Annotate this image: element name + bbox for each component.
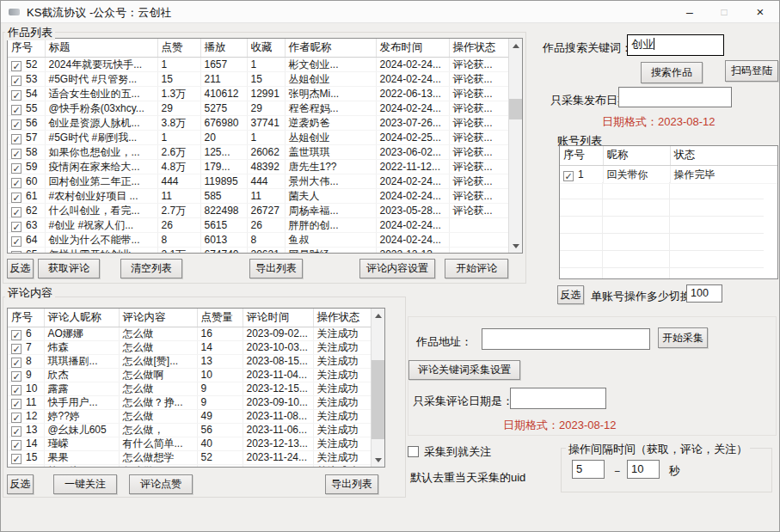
scroll-up-arrow[interactable] <box>509 39 523 52</box>
scroll-down-arrow[interactable] <box>372 453 385 467</box>
column-header[interactable]: 操作状态 <box>313 309 372 327</box>
table-row[interactable]: ✓14瑾嵘有什么简单...402023-12-13...关注成功 <box>8 437 372 451</box>
follow-all-button[interactable]: 一键关注 <box>53 474 117 494</box>
row-checkbox[interactable]: ✓ <box>11 119 21 130</box>
row-checkbox[interactable]: ✓ <box>11 76 21 86</box>
table-row[interactable]: ✓12婷??婷怎么做492023-11-08...关注成功 <box>8 410 372 424</box>
column-header[interactable]: 操作状态 <box>449 39 509 58</box>
row-checkbox[interactable]: ✓ <box>11 207 21 217</box>
column-header[interactable]: 点赞 <box>157 39 200 58</box>
comment-content-settings-button[interactable]: 评论内容设置 <box>359 259 435 278</box>
table-row[interactable]: ✓55@快手粉条(03xhcy...29527529程爸程妈...2024-02… <box>8 101 509 116</box>
comments-invert-button[interactable]: 反选 <box>7 474 34 494</box>
row-checkbox[interactable]: ✓ <box>11 385 21 395</box>
column-header[interactable]: 状态 <box>670 146 777 165</box>
row-checkbox[interactable]: ✓ <box>11 163 21 174</box>
table-row[interactable]: ✓64创业为什么不能带...860138鱼叔2024-02-24... <box>8 233 509 248</box>
table-row[interactable]: ✓58如果你也想创业，...2.6万125...26062盖世琪琪2023-06… <box>8 145 509 160</box>
table-row[interactable]: ✓1回关带你操作完毕 <box>560 165 777 183</box>
row-checkbox[interactable]: ✓ <box>11 371 21 382</box>
column-header[interactable]: 序号 <box>8 309 44 327</box>
row-checkbox[interactable]: ✓ <box>11 399 21 409</box>
table-row[interactable]: ✓63#创业 #祝家人们...26561526胖胖的创...2024-02-24… <box>8 218 509 233</box>
get-comments-button[interactable]: 获取评论 <box>38 259 100 278</box>
minimize-button[interactable]: – <box>673 1 707 23</box>
table-row[interactable]: ✓59疫情闲在家来给大...4.8万179...48392唐先生1??2022-… <box>8 160 509 174</box>
works-vertical-scrollbar[interactable] <box>508 39 522 253</box>
column-header[interactable]: 点赞量 <box>197 309 243 327</box>
clear-list-button[interactable]: 清空列表 <box>120 259 182 278</box>
keyword-input[interactable]: 创业 <box>627 34 724 56</box>
row-checkbox[interactable]: ✓ <box>11 193 21 203</box>
row-checkbox[interactable]: ✓ <box>11 344 21 354</box>
like-comments-button[interactable]: 评论点赞 <box>129 474 193 494</box>
row-checkbox[interactable]: ✓ <box>11 105 21 115</box>
column-header[interactable]: 评论时间 <box>243 309 313 327</box>
start-comment-button[interactable]: 开始评论 <box>445 259 508 278</box>
table-row[interactable]: ✓13@幺妹儿605怎么做，562023-11-06...关注成功 <box>8 424 372 437</box>
works-invert-button[interactable]: 反选 <box>7 259 34 278</box>
table-row[interactable]: ✓7炜森怎么做142023-10-03...关注成功 <box>8 341 372 355</box>
work-url-input[interactable] <box>482 328 650 350</box>
table-row[interactable]: ✓53#5G时代 #只管努...1521115丛姐创业2024-02-24...… <box>8 72 509 87</box>
column-header[interactable]: 收藏 <box>247 39 285 58</box>
follow-on-collect-row[interactable]: 采集到就关注 <box>408 443 491 460</box>
column-header[interactable]: 序号 <box>8 39 45 58</box>
row-checkbox[interactable]: ✓ <box>11 251 21 254</box>
row-checkbox[interactable]: ✓ <box>11 61 21 71</box>
table-row[interactable]: ✓9欣杰怎么做啊102023-11-04...关注成功 <box>8 369 372 382</box>
row-checkbox[interactable]: ✓ <box>11 222 21 232</box>
account-switch-input[interactable]: 100 <box>686 284 722 303</box>
table-row[interactable]: ✓10露露怎么做92023-12-15...关注成功 <box>8 382 372 396</box>
column-header[interactable]: 播放 <box>200 39 247 58</box>
publish-date-input[interactable] <box>618 87 732 107</box>
qr-login-button[interactable]: 扫码登陆 <box>725 60 778 82</box>
scrollbar-thumb[interactable] <box>509 99 523 119</box>
comment-date-input[interactable] <box>510 388 606 409</box>
interval-min-input[interactable]: 5 <box>572 460 605 479</box>
table-row[interactable]: ✓54适合女生创业的五...1.3万41061212991张明杰Mi...202… <box>8 87 509 101</box>
close-button[interactable]: × <box>743 1 777 23</box>
scrollbar-thumb[interactable] <box>372 360 385 439</box>
row-checkbox[interactable]: ✓ <box>11 413 21 423</box>
table-row[interactable]: ✓65怎样从零开始创业...2.1万67474020621网易财经2022-12… <box>8 248 509 254</box>
table-row[interactable]: ✓62什么叫创业，看完...2.7万82249826727周杨幸福...2023… <box>8 204 509 218</box>
interval-max-input[interactable]: 10 <box>627 460 660 479</box>
column-header[interactable]: 昵称 <box>603 146 670 165</box>
table-row[interactable]: ✓56创业是资源人脉机...3.8万67698037741逆袭奶爸2023-07… <box>8 116 509 131</box>
row-checkbox[interactable]: ✓ <box>11 178 21 188</box>
follow-on-collect-checkbox[interactable] <box>408 446 419 457</box>
table-row[interactable]: ✓522024年就要玩快手...116571彬文创业...2024-02-24.… <box>8 58 509 72</box>
row-checkbox[interactable]: ✓ <box>563 171 574 181</box>
table-row[interactable]: ✓15果果怎么做想学522023-11-24...关注成功 <box>8 451 372 465</box>
table-row[interactable]: ✓57#5G时代 #刷到我...1201丛姐创业2024-02-25...评论获… <box>8 131 509 145</box>
row-checkbox[interactable]: ✓ <box>11 90 21 101</box>
scroll-down-arrow[interactable] <box>509 239 523 253</box>
accounts-invert-button[interactable]: 反选 <box>557 285 584 304</box>
row-checkbox[interactable]: ✓ <box>11 454 21 464</box>
comments-export-button[interactable]: 导出列表 <box>325 474 378 494</box>
table-row[interactable]: ✓8琪琪播剧...怎么做[赞]...132023-08-15...关注成功 <box>8 355 372 369</box>
column-header[interactable]: 序号 <box>560 146 603 165</box>
table-row[interactable]: ✓11快手用户...怎么做？挣...92023-09-10...关注成功 <box>8 396 372 410</box>
start-collect-button[interactable]: 开始采集 <box>658 327 708 348</box>
table-row[interactable]: ✓60回村创业第二年正...444119895444景州大伟...2024-02… <box>8 174 509 189</box>
row-checkbox[interactable]: ✓ <box>11 358 21 368</box>
column-header[interactable]: 作者昵称 <box>285 39 376 58</box>
row-checkbox[interactable]: ✓ <box>11 134 21 144</box>
row-checkbox[interactable]: ✓ <box>11 426 21 437</box>
table-row[interactable]: ✓61#农村创业好项目 ...1158511菌夫人2024-02-24...评论… <box>8 189 509 204</box>
comments-vertical-scrollbar[interactable] <box>371 309 384 467</box>
scroll-up-arrow[interactable] <box>372 309 385 322</box>
row-checkbox[interactable]: ✓ <box>11 149 21 159</box>
maximize-button[interactable]: □ <box>707 1 741 23</box>
search-works-button[interactable]: 搜索作品 <box>641 62 703 83</box>
table-row[interactable]: ✓6AO娜娜怎么做162023-09-02...关注成功 <box>8 327 372 341</box>
row-checkbox[interactable]: ✓ <box>11 440 21 450</box>
column-header[interactable]: 评论内容 <box>119 309 197 327</box>
column-header[interactable]: 评论人昵称 <box>44 309 119 327</box>
works-export-button[interactable]: 导出列表 <box>249 259 303 278</box>
table-row[interactable]: ✓16笪凤倩怎么做942024-01-07...关注成功 <box>8 465 372 468</box>
column-header[interactable]: 发布时间 <box>376 39 449 58</box>
row-checkbox[interactable]: ✓ <box>11 236 21 247</box>
